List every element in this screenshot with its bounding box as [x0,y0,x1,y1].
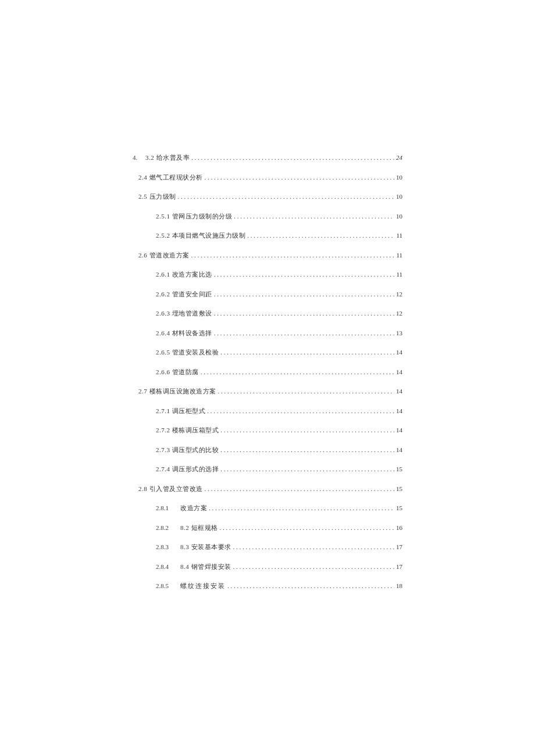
toc-page-number: 18 [396,582,402,589]
toc-page-number: 24 [396,154,402,161]
toc-label: 螺纹连接安装 [180,582,226,590]
toc-section-number: 2.8.3 [156,543,180,550]
toc-page-number: 15 [396,485,402,492]
toc-leader-dots [233,543,395,550]
toc-section-number: 2.8.2 [156,524,180,531]
toc-label: 2.6.2 管道安全间距 [156,290,212,299]
toc-page-number: 14 [396,407,402,414]
toc-page-number: 17 [396,543,402,550]
toc-leader-dots [201,368,394,375]
toc-label: 改造方案 [180,504,207,513]
toc-entry: 2.8.38.3 安装基本要求17 [156,543,402,551]
toc-entry: 2.6.5 管道安装及检验14 [156,348,402,357]
toc-leader-dots [220,427,394,433]
toc-section-number: 2.8.4 [156,563,180,570]
toc-leader-dots [214,271,395,278]
toc-page-number: 14 [396,446,402,453]
toc-label: 8.3 安装基本要求 [180,543,231,551]
toc-entry: 2.6.3 埋地管道敷设12 [156,309,402,318]
toc-leader-dots [227,582,394,589]
toc-label: 2.7.1 调压柜型式 [156,407,205,415]
toc-page-number: 10 [396,174,402,181]
toc-page-number: 15 [396,504,402,511]
toc-page-number: 12 [396,310,402,317]
toc-label: 2.6 管道改造方案 [138,251,190,260]
toc-section-number: 2.8.5 [156,582,180,589]
toc-page-number: 14 [396,368,402,375]
toc-label: 2.6.4 材料设备选择 [156,329,212,338]
toc-label: 2.8 引入管及立管改造 [138,485,203,493]
toc-label: 2.6.6 管道防腐 [156,368,199,377]
toc-page-number: 14 [396,349,402,356]
toc-label: 2.5 压力级制 [138,192,176,201]
toc-entry: 2.5.1 管网压力级制的分级10 [156,212,402,221]
toc-entry: 2.7.3 调压型式的比较14 [156,446,402,454]
toc-leader-dots [178,193,395,200]
toc-page-number: 14 [396,427,402,433]
toc-list: 4.3.2 给水普及率242.4 燃气工程现状分析102.5 压力级制102.5… [133,153,402,590]
toc-entry: 2.6 管道改造方案11 [138,251,402,260]
toc-label: 2.7 楼栋调压设施改造方案 [138,387,216,396]
toc-label: 3.2 给水普及率 [145,153,190,162]
toc-label: 2.6.1 改造方案比选 [156,270,212,279]
toc-leader-dots [234,213,394,220]
toc-page-number: 10 [396,193,402,200]
toc-entry: 2.6.1 改造方案比选11 [156,270,402,279]
toc-page-number: 12 [396,291,402,298]
toc-label: 8.2 短框规格 [180,524,218,532]
toc-page-number: 13 [396,329,402,336]
toc-entry: 2.7 楼栋调压设施改造方案14 [138,387,402,396]
toc-page-number: 11 [396,232,402,239]
toc-leader-dots [214,310,394,317]
toc-page-number: 10 [396,213,402,220]
toc-leader-dots [233,563,395,570]
toc-entry: 2.5 压力级制10 [138,192,402,201]
toc-page-number: 11 [396,271,402,278]
toc-leader-dots [220,524,395,531]
toc-page-number: 14 [396,388,402,395]
toc-entry: 2.6.6 管道防腐14 [156,368,402,377]
toc-prefix: 4. [133,154,145,161]
toc-leader-dots [214,329,394,336]
toc-page-number: 16 [396,524,402,531]
toc-leader-dots [218,388,395,395]
toc-label: 2.5.2 本项目燃气设施压力级制 [156,231,245,240]
toc-page-number: 17 [396,563,402,570]
toc-entry: 2.6.2 管道安全间距12 [156,290,402,299]
toc-label: 2.7.2 楼栋调压箱型式 [156,426,219,435]
toc-leader-dots [205,485,395,492]
toc-entry: 2.5.2 本项目燃气设施压力级制11 [156,231,402,240]
toc-entry: 2.7.2 楼栋调压箱型式14 [156,426,402,435]
toc-entry: 2.8.5螺纹连接安装18 [156,582,402,590]
toc-page-number: 15 [396,465,402,472]
toc-leader-dots [220,465,394,472]
toc-entry: 2.7.1 调压柜型式14 [156,407,402,415]
toc-label: 2.7.4 调压形式的选择 [156,465,219,474]
toc-entry: 2.7.4 调压形式的选择15 [156,465,402,474]
toc-page: 4.3.2 给水普及率242.4 燃气工程现状分析102.5 压力级制102.5… [0,0,535,590]
toc-entry: 2.4 燃气工程现状分析10 [138,173,402,182]
toc-leader-dots [247,232,394,239]
toc-entry: 2.8.28.2 短框规格16 [156,524,402,532]
toc-page-number: 11 [396,252,402,259]
toc-leader-dots [214,291,394,298]
toc-section-number: 2.8.1 [156,504,180,511]
toc-label: 2.4 燃气工程现状分析 [138,173,203,182]
toc-label: 2.6.5 管道安装及检验 [156,348,219,357]
toc-leader-dots [220,446,394,453]
toc-leader-dots [191,252,395,259]
toc-entry: 2.8 引入管及立管改造15 [138,485,402,493]
toc-label: 8.4 钢管焊接安装 [180,562,231,571]
toc-leader-dots [209,504,394,511]
toc-label: 2.7.3 调压型式的比较 [156,446,219,454]
toc-label: 2.6.3 埋地管道敷设 [156,309,212,318]
toc-leader-dots [207,407,394,414]
toc-leader-dots [220,349,394,356]
toc-entry: 2.8.1改造方案15 [156,504,402,513]
toc-leader-dots [191,154,394,161]
toc-entry: 4.3.2 给水普及率24 [133,153,402,162]
toc-entry: 2.6.4 材料设备选择13 [156,329,402,338]
toc-entry: 2.8.48.4 钢管焊接安装17 [156,562,402,571]
toc-label: 2.5.1 管网压力级制的分级 [156,212,232,221]
toc-leader-dots [205,174,395,181]
